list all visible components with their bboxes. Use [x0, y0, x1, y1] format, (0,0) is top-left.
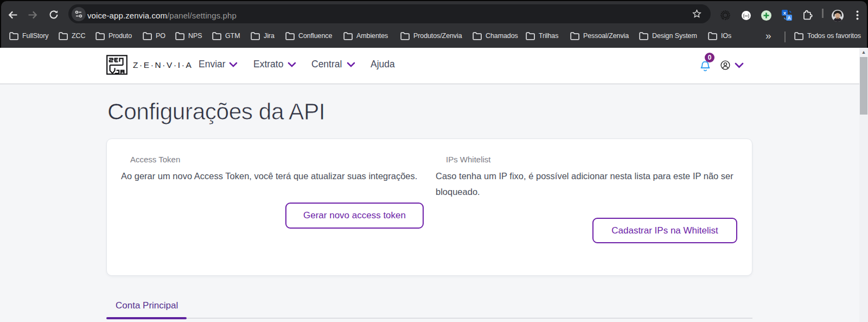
- svg-text:X: X: [783, 11, 787, 16]
- svg-text:A: A: [787, 15, 790, 21]
